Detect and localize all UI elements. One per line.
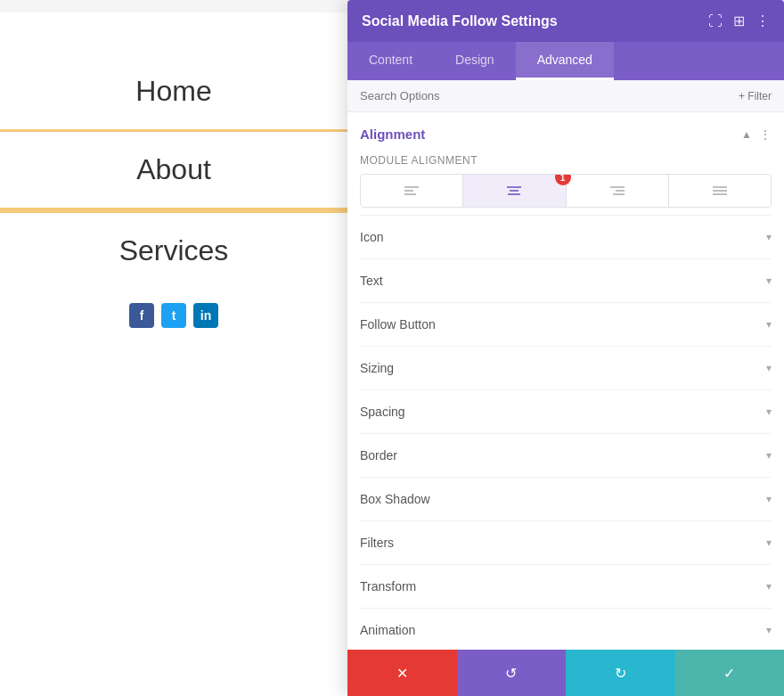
collapsible-row-spacing[interactable]: Spacing ▾ xyxy=(360,389,772,433)
chevron-down-icon: ▾ xyxy=(766,231,772,243)
redo-button[interactable]: ↻ xyxy=(566,650,675,696)
align-left-option[interactable] xyxy=(361,175,463,207)
collapsible-label: Follow Button xyxy=(360,317,436,332)
collapsible-row-animation[interactable]: Animation ▾ xyxy=(360,608,772,650)
expand-icon[interactable]: ⛶ xyxy=(708,13,723,29)
cancel-button[interactable]: ✕ xyxy=(347,650,457,696)
collapsible-label: Box Shadow xyxy=(360,492,430,506)
top-bar xyxy=(0,0,347,12)
nav-services[interactable]: Services xyxy=(0,213,347,289)
panel-footer: ✕ ↺ ↻ ✓ xyxy=(347,650,784,696)
chevron-down-icon: ▾ xyxy=(766,405,772,418)
panel-body: Alignment ▲ ⋮ Module Alignment xyxy=(347,112,784,650)
panel-header: Social Media Follow Settings ⛶ ⊞ ⋮ xyxy=(347,0,784,42)
alignment-title: Alignment xyxy=(360,127,425,142)
tab-advanced[interactable]: Advanced xyxy=(516,42,614,80)
chevron-down-icon: ▾ xyxy=(766,580,772,593)
collapsible-label: Filters xyxy=(360,536,394,550)
collapsible-row-follow-button[interactable]: Follow Button ▾ xyxy=(360,302,772,346)
social-icons-group: f t in xyxy=(129,303,218,328)
alignment-options: 1 xyxy=(360,174,772,208)
search-input[interactable] xyxy=(360,89,538,102)
alignment-section-header: Alignment ▲ ⋮ xyxy=(360,127,772,142)
linkedin-icon[interactable]: in xyxy=(193,303,218,328)
undo-button[interactable]: ↺ xyxy=(457,650,567,696)
collapsible-row-filters[interactable]: Filters ▾ xyxy=(360,520,772,564)
chevron-down-icon: ▾ xyxy=(766,274,772,287)
align-center-option[interactable]: 1 xyxy=(463,175,566,207)
section-header-right: ▲ ⋮ xyxy=(741,127,772,142)
align-justify-option[interactable] xyxy=(669,175,771,207)
chevron-down-icon: ▾ xyxy=(766,318,772,331)
nav-home[interactable]: Home xyxy=(0,53,347,129)
panel-title: Social Media Follow Settings xyxy=(362,13,558,29)
facebook-icon[interactable]: f xyxy=(129,303,154,328)
collapsible-label: Icon xyxy=(360,230,383,244)
tab-design[interactable]: Design xyxy=(434,42,516,80)
chevron-down-icon: ▾ xyxy=(766,449,772,462)
collapsible-sections: Icon ▾ Text ▾ Follow Button ▾ Sizing ▾ S… xyxy=(360,215,772,650)
collapsible-label: Spacing xyxy=(360,405,405,419)
collapsible-row-border[interactable]: Border ▾ xyxy=(360,433,772,477)
collapsible-label: Transform xyxy=(360,579,416,594)
alignment-section: Alignment ▲ ⋮ Module Alignment xyxy=(360,112,772,215)
chevron-down-icon: ▾ xyxy=(766,362,772,374)
search-bar: + Filter xyxy=(347,80,784,112)
collapsible-row-transform[interactable]: Transform ▾ xyxy=(360,564,772,608)
collapsible-label: Border xyxy=(360,448,397,463)
chevron-down-icon: ▾ xyxy=(766,493,772,505)
chevron-down-icon: ▾ xyxy=(766,536,772,549)
page-preview: Home About Services f t in xyxy=(0,0,347,696)
tab-content[interactable]: Content xyxy=(347,42,434,80)
collapsible-label: Sizing xyxy=(360,361,394,375)
module-alignment-label: Module Alignment xyxy=(360,154,772,167)
options-icon[interactable]: ⋮ xyxy=(759,127,772,142)
filter-button[interactable]: + Filter xyxy=(739,90,772,102)
split-icon[interactable]: ⊞ xyxy=(733,12,745,29)
chevron-up-icon[interactable]: ▲ xyxy=(741,128,752,141)
collapsible-row-icon[interactable]: Icon ▾ xyxy=(360,215,772,258)
panel-tabs: Content Design Advanced xyxy=(347,42,784,80)
collapsible-row-sizing[interactable]: Sizing ▾ xyxy=(360,346,772,389)
collapsible-row-box-shadow[interactable]: Box Shadow ▾ xyxy=(360,477,772,520)
confirm-button[interactable]: ✓ xyxy=(675,650,785,696)
nav-about[interactable]: About xyxy=(0,132,347,210)
twitter-icon[interactable]: t xyxy=(161,303,186,328)
align-right-option[interactable] xyxy=(567,175,669,207)
collapsible-label: Text xyxy=(360,274,383,288)
settings-panel: Social Media Follow Settings ⛶ ⊞ ⋮ Conte… xyxy=(347,0,784,696)
collapsible-row-text[interactable]: Text ▾ xyxy=(360,258,772,302)
chevron-down-icon: ▾ xyxy=(766,624,772,636)
panel-header-icons: ⛶ ⊞ ⋮ xyxy=(708,12,770,29)
collapsible-label: Animation xyxy=(360,623,415,637)
more-icon[interactable]: ⋮ xyxy=(755,12,770,29)
